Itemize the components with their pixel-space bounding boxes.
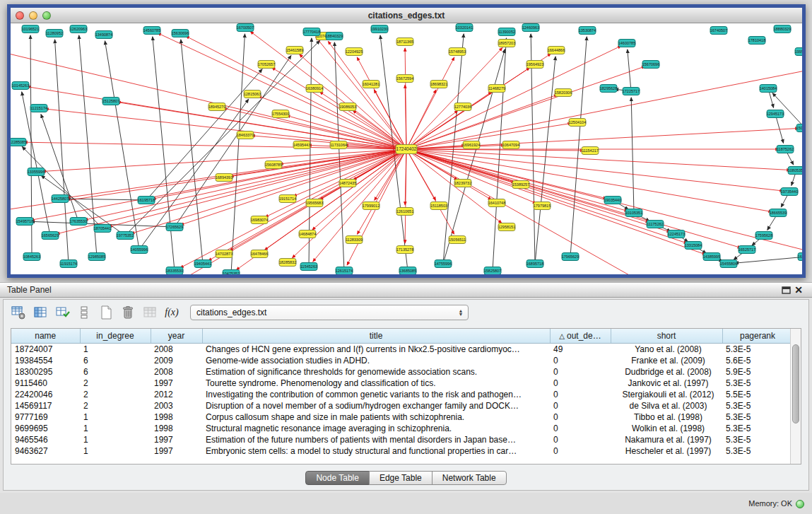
graph-edge[interactable] [357, 57, 406, 149]
graph-node[interactable]: 19564923 [526, 61, 543, 69]
graph-edge[interactable] [406, 123, 571, 149]
network-table-selector[interactable]: citations_edges.txt ▲▼ [190, 305, 469, 320]
graph-edge[interactable] [406, 66, 645, 149]
graph-node[interactable]: 15670696 [642, 61, 659, 69]
graph-node[interactable]: 12460963 [522, 24, 539, 32]
graph-node[interactable]: 16041281 [363, 81, 379, 88]
table-row[interactable]: 2242004622012Investigating the contribut… [11, 389, 793, 400]
graph-node[interactable]: 11283309 [346, 236, 363, 244]
graph-node[interactable]: 19151714 [279, 195, 296, 203]
graph-node[interactable]: 11915174 [60, 260, 77, 268]
graph-node[interactable]: 14684874 [299, 230, 316, 238]
graph-node[interactable]: 13530874 [579, 27, 596, 35]
graph-edge[interactable] [443, 34, 464, 264]
graph-node[interactable]: 13355996 [28, 168, 45, 176]
graph-edge[interactable] [320, 92, 406, 149]
graph-node[interactable]: 15085995 [796, 124, 802, 132]
graph-edge[interactable] [406, 57, 454, 149]
graph-node[interactable]: 11390052 [498, 28, 515, 36]
graph-node[interactable]: 16895718 [526, 260, 543, 268]
graph-edge[interactable] [109, 149, 406, 227]
graph-node[interactable]: 16894393 [216, 174, 233, 182]
graph-node[interactable]: 16740507 [710, 27, 727, 35]
graph-node[interactable]: 10845263 [23, 253, 40, 261]
graph-node[interactable]: 12815063 [244, 90, 261, 98]
graph-edge[interactable] [153, 37, 175, 271]
graph-node[interactable]: 18665539 [770, 209, 787, 217]
graph-node[interactable]: 12615174 [336, 267, 353, 275]
graph-edge[interactable] [628, 49, 631, 91]
graph-node[interactable]: 12945173 [767, 110, 784, 118]
zoom-window-button[interactable] [42, 11, 51, 20]
column-header-in_degree[interactable]: in_degree [80, 329, 151, 343]
graph-node[interactable]: 17595628 [755, 232, 772, 240]
graph-node[interactable]: 11154217 [582, 147, 599, 155]
graph-edge[interactable] [41, 175, 125, 235]
column-header-year[interactable]: year [151, 329, 202, 343]
graph-edge[interactable] [181, 149, 406, 225]
graph-edge[interactable] [55, 40, 69, 264]
graph-node[interactable]: 12204925 [346, 48, 363, 56]
graph-node[interactable]: 15820306 [555, 89, 572, 97]
import-table-icon[interactable] [141, 303, 159, 322]
delete-columns-icon[interactable] [119, 303, 137, 322]
graph-node[interactable]: 12610651 [396, 208, 413, 216]
graph-node[interactable]: 13685085 [399, 267, 416, 275]
graph-node[interactable]: 10475352 [223, 270, 240, 275]
graph-node[interactable]: 10320141 [456, 24, 473, 32]
graph-node[interactable]: 12285085 [11, 139, 26, 146]
graph-node[interactable]: 18285832 [279, 259, 296, 267]
tab-node-table[interactable]: Node Table [305, 471, 370, 485]
graph-node[interactable]: 14560785 [143, 27, 160, 35]
graph-edge[interactable] [42, 149, 406, 171]
graph-node[interactable]: 15118503 [430, 202, 447, 210]
graph-node[interactable]: 19405441 [194, 260, 211, 268]
graph-edge[interactable] [158, 33, 406, 149]
graph-node[interactable]: 18880329 [774, 25, 791, 33]
graph-node[interactable]: 11875262 [777, 146, 794, 153]
graph-node[interactable]: 19035440 [604, 197, 621, 204]
graph-node[interactable]: 18698321 [430, 81, 447, 88]
graph-node[interactable]: 17265629 [166, 223, 183, 231]
graph-edge[interactable] [406, 149, 741, 247]
graph-node[interactable]: 15495718 [16, 218, 33, 226]
graph-edge[interactable] [85, 149, 406, 220]
table-row[interactable]: 1938455462009Genome-wide association stu… [11, 355, 793, 366]
graph-node[interactable]: 17999012 [363, 202, 379, 210]
graph-node[interactable]: 10105351 [625, 209, 642, 217]
graph-node[interactable]: 19735440 [781, 188, 798, 196]
graph-node[interactable]: 14755996 [435, 260, 452, 268]
table-scrollbar[interactable] [790, 329, 801, 464]
graph-node[interactable]: 17770418 [303, 28, 320, 36]
graph-node[interactable]: 12958151 [498, 223, 515, 231]
graph-node[interactable]: 17554300 [272, 110, 289, 118]
graph-node[interactable]: 10647094 [502, 141, 519, 149]
graph-edge[interactable] [300, 54, 406, 149]
network-graph[interactable]: 1696192418239732151185031261065117999012… [11, 23, 802, 274]
graph-node[interactable]: 14015084 [760, 85, 777, 93]
graph-node[interactable]: 16155806 [798, 253, 802, 261]
graph-edge[interactable] [406, 48, 502, 149]
graph-node[interactable]: 15672594 [396, 75, 413, 83]
graph-node[interactable]: 13315084 [685, 242, 702, 250]
column-header-short[interactable]: short [611, 329, 722, 343]
graph-node[interactable]: 15825807 [484, 267, 501, 275]
graph-edge[interactable] [406, 95, 558, 149]
graph-node[interactable]: 12774036 [454, 103, 471, 111]
graph-node[interactable]: 17810418 [748, 37, 765, 45]
graph-node[interactable]: 13490874 [95, 31, 112, 39]
graph-node[interactable]: 18295628 [600, 85, 617, 93]
create-column-icon[interactable] [97, 303, 115, 322]
close-window-button[interactable] [16, 11, 24, 20]
graph-node[interactable]: 18335530 [166, 267, 183, 275]
graph-node[interactable]: 18840329 [326, 33, 343, 40]
graph-node[interactable]: 11215174 [30, 105, 47, 112]
graph-node[interactable]: 16565629 [42, 232, 59, 240]
table-row[interactable]: 911546021997Tourette syndrome. Phenomeno… [11, 378, 793, 389]
graph-edge[interactable] [535, 57, 555, 264]
graph-node[interactable]: 16644866 [548, 47, 565, 54]
graph-node[interactable]: 16410748 [488, 199, 505, 207]
graph-node[interactable]: 10196521 [22, 25, 39, 33]
graph-edge[interactable] [406, 110, 458, 149]
graph-node[interactable]: 16380914 [306, 85, 323, 93]
